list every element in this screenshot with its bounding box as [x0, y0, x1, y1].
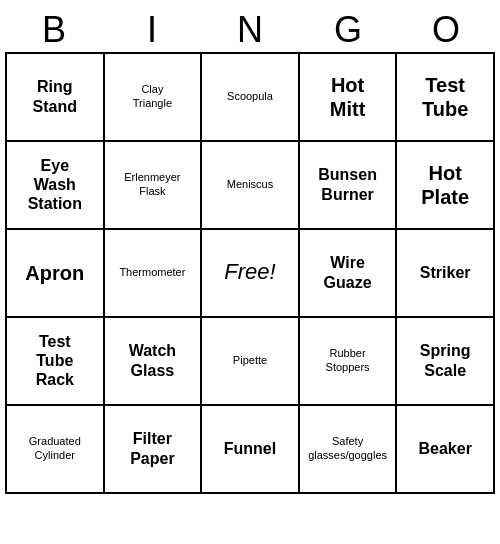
cell-label: WireGuaze: [324, 253, 372, 291]
cell-label: SpringScale: [420, 341, 471, 379]
cell-label: HotMitt: [330, 73, 366, 121]
bingo-cell: ErlenmeyerFlask: [105, 142, 203, 230]
bingo-cell: Safetyglasses/goggles: [300, 406, 398, 494]
bingo-cell: Striker: [397, 230, 495, 318]
bingo-cell: RubberStoppers: [300, 318, 398, 406]
bingo-header: BINGO: [5, 8, 495, 52]
bingo-cell: SpringScale: [397, 318, 495, 406]
bingo-cell: Funnel: [202, 406, 300, 494]
bingo-cell: Thermometer: [105, 230, 203, 318]
bingo-cell: Meniscus: [202, 142, 300, 230]
cell-label: ClayTriangle: [133, 83, 172, 109]
bingo-letter: N: [201, 8, 299, 52]
cell-label: Beaker: [419, 439, 472, 458]
cell-label: Meniscus: [227, 178, 273, 191]
bingo-cell: HotMitt: [300, 54, 398, 142]
bingo-cell: BunsenBurner: [300, 142, 398, 230]
cell-label: ErlenmeyerFlask: [124, 171, 180, 197]
bingo-cell: Scoopula: [202, 54, 300, 142]
bingo-cell: Pipette: [202, 318, 300, 406]
cell-label: TestTube: [422, 73, 468, 121]
bingo-cell: HotPlate: [397, 142, 495, 230]
bingo-letter: I: [103, 8, 201, 52]
cell-label: HotPlate: [421, 161, 469, 209]
bingo-cell: GraduatedCylinder: [7, 406, 105, 494]
bingo-letter: B: [5, 8, 103, 52]
bingo-letter: G: [299, 8, 397, 52]
cell-label: Thermometer: [119, 266, 185, 279]
bingo-cell: ClayTriangle: [105, 54, 203, 142]
bingo-cell: Free!: [202, 230, 300, 318]
cell-label: RubberStoppers: [326, 347, 370, 373]
cell-label: WatchGlass: [129, 341, 176, 379]
cell-label: Striker: [420, 263, 471, 282]
cell-label: BunsenBurner: [318, 165, 377, 203]
bingo-cell: WireGuaze: [300, 230, 398, 318]
cell-label: Funnel: [224, 439, 276, 458]
bingo-cell: WatchGlass: [105, 318, 203, 406]
bingo-cell: TestTubeRack: [7, 318, 105, 406]
bingo-cell: Apron: [7, 230, 105, 318]
cell-label: Apron: [25, 261, 84, 285]
cell-label: Safetyglasses/goggles: [308, 435, 387, 461]
cell-label: FilterPaper: [130, 429, 174, 467]
bingo-cell: Beaker: [397, 406, 495, 494]
bingo-grid: RingStandClayTriangleScoopulaHotMittTest…: [5, 52, 495, 494]
cell-label: EyeWashStation: [28, 156, 82, 214]
cell-label: Pipette: [233, 354, 267, 367]
bingo-cell: FilterPaper: [105, 406, 203, 494]
bingo-card: BINGO RingStandClayTriangleScoopulaHotMi…: [5, 8, 495, 494]
bingo-cell: RingStand: [7, 54, 105, 142]
cell-label: Scoopula: [227, 90, 273, 103]
cell-label: GraduatedCylinder: [29, 435, 81, 461]
bingo-cell: EyeWashStation: [7, 142, 105, 230]
cell-label: Free!: [224, 259, 275, 285]
bingo-letter: O: [397, 8, 495, 52]
cell-label: RingStand: [33, 77, 77, 115]
bingo-cell: TestTube: [397, 54, 495, 142]
cell-label: TestTubeRack: [36, 332, 74, 390]
